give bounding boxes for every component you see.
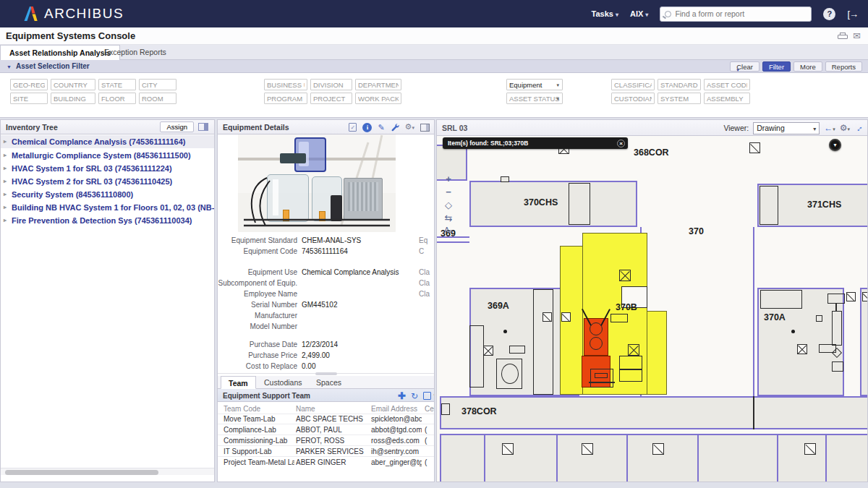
tab-exception-reports[interactable]: Exception Reports (95, 45, 175, 60)
more-button[interactable]: More (793, 61, 822, 72)
plan-bottom-rooms[interactable] (440, 434, 868, 482)
floor-plan-canvas[interactable]: 370CHS 371CHS 368COR 369 370 369A 3 (437, 136, 868, 482)
tree-item[interactable]: ▸HVAC System 2 for SRL 03 (745361110425) (1, 175, 215, 188)
report-icon[interactable]: ✓ (349, 123, 357, 132)
program-field[interactable] (264, 93, 307, 104)
help-button[interactable]: ? (823, 8, 835, 20)
state-field[interactable] (98, 79, 136, 90)
country-field[interactable] (51, 79, 95, 90)
tree-item[interactable]: ▸HVAC System 1 for SRL 03 (745361111224) (1, 162, 215, 175)
detail-row: Purchase Date12/23/2014 (218, 341, 435, 351)
table-header-row: Team CodeNameEmail AddressCell Number (218, 403, 435, 414)
tree-item[interactable]: ▸Metallurgic Compliance System (84536111… (1, 149, 215, 162)
tree-item[interactable]: ▸Fire Prevention & Detection Sys (745361… (1, 214, 215, 227)
labels-toggle-button[interactable]: Aa (441, 226, 456, 239)
refresh-icon[interactable]: ↻ (411, 391, 418, 401)
assign-button[interactable]: Assign (160, 121, 194, 132)
tree-item[interactable]: ▸Security System (845361110800) (1, 188, 215, 201)
expand-icon[interactable]: ▸ (4, 138, 7, 145)
aix-menu[interactable]: AIX ▾ (630, 9, 648, 18)
equipment-type-select[interactable]: Equipment▾ (506, 79, 563, 90)
reports-button[interactable]: Reports ▾ (825, 61, 862, 72)
expand-icon[interactable]: ▸ (4, 191, 7, 197)
export-icon[interactable] (423, 392, 431, 400)
wrench-icon[interactable] (391, 123, 399, 132)
expand-icon[interactable]: ▸ (4, 165, 7, 171)
print-icon[interactable] (838, 33, 848, 40)
expand-icon[interactable]: ▸ (4, 217, 7, 223)
room-field[interactable] (139, 93, 176, 104)
floor-field[interactable] (98, 93, 136, 104)
assembly-field[interactable] (704, 93, 750, 104)
asset-status-select[interactable]: ASSET STATUS▾ (506, 93, 563, 104)
zoom-in-button[interactable]: + (441, 174, 456, 187)
edit-icon[interactable]: ✎ (378, 123, 384, 132)
fit-view-button[interactable]: ◇ (441, 200, 456, 213)
table-row[interactable]: IT Support-LabPARKER SERVICESih@sentry.c… (218, 446, 435, 457)
sign-out-icon[interactable]: [→ (847, 9, 858, 20)
table-row[interactable]: Move Team-LabABC SPACE TECHSspickleton@a… (218, 414, 435, 424)
table-row[interactable]: Project Team-Metal LabABER GINGERaber_gi… (218, 457, 435, 467)
collapse-icon[interactable]: ▼ (7, 64, 12, 69)
work-package-field[interactable] (355, 93, 401, 104)
clear-button[interactable]: Clear (730, 61, 760, 72)
project-field[interactable] (310, 93, 352, 104)
gear-icon[interactable]: ⚙▾ (405, 122, 414, 132)
expand-icon[interactable]: ▸ (4, 178, 7, 184)
detail-row: Manufacturer (218, 312, 435, 322)
site-field[interactable] (10, 93, 48, 104)
tree-item[interactable]: ▸Building NB HVAC System 1 for Floors 01… (1, 201, 215, 214)
filter-button[interactable]: Filter (762, 61, 791, 72)
standard-field[interactable] (658, 79, 701, 90)
horizontal-scrollbar[interactable] (1, 468, 215, 475)
plan-wall (777, 434, 778, 482)
building-field[interactable] (51, 93, 95, 104)
department-field[interactable] (355, 79, 401, 90)
division-field[interactable] (310, 79, 352, 90)
maximize-panel-icon[interactable] (420, 124, 430, 132)
gear-icon[interactable]: ⚙▾ (840, 123, 850, 133)
room-378cor[interactable] (440, 396, 868, 429)
tab-custodians[interactable]: Custodians (257, 376, 310, 389)
pan-button[interactable]: ⇆ (441, 213, 456, 226)
close-icon[interactable]: × (617, 140, 625, 147)
room-label-370: 370 (689, 226, 704, 236)
viewer-select[interactable]: Drawing▾ (753, 122, 820, 134)
plan-wall (437, 241, 469, 243)
tasks-menu[interactable]: Tasks ▾ (592, 9, 618, 18)
tab-team[interactable]: Team (221, 376, 256, 389)
expand-icon[interactable]: ▸ (4, 204, 7, 210)
zoom-out-button[interactable]: − (441, 187, 456, 200)
geo-region-field[interactable] (10, 79, 48, 90)
expand-icon[interactable]: ▸ (4, 152, 7, 158)
panel-toggle-icon[interactable] (198, 123, 208, 131)
global-search[interactable] (660, 7, 812, 22)
tree-item[interactable]: ▸Chemical Complance Analysis (7453611111… (1, 135, 215, 148)
table-row[interactable]: Commissioning-LabPEROT, ROSSross@eds.com… (218, 435, 435, 446)
room-label-378cor: 378COR (461, 406, 497, 416)
city-field[interactable] (139, 79, 176, 90)
scrollbar-thumb[interactable] (5, 470, 158, 475)
plan-cabinet-line (620, 369, 642, 370)
asset-code-field[interactable] (704, 79, 750, 90)
plan-divider (753, 396, 754, 429)
system-field[interactable] (658, 93, 701, 104)
email-icon[interactable]: ✉ (853, 31, 861, 40)
expand-icon[interactable]: ↔ (852, 121, 865, 134)
business-unit-field[interactable] (264, 79, 307, 90)
room-370b-highlight[interactable] (647, 311, 667, 395)
back-arrow-icon[interactable]: ←▾ (824, 123, 835, 133)
table-row[interactable]: Compliance-LabABBOT, PAULabbot@tgd.com( (218, 424, 435, 435)
tab-spaces[interactable]: Spaces (309, 376, 349, 389)
layers-menu-button[interactable]: ▾ (829, 139, 841, 151)
panel-splitter[interactable] (218, 373, 435, 375)
viewer-label: Viewer: (723, 124, 749, 132)
detail-row: Equipment StandardCHEM-ANAL-SYS (218, 236, 435, 247)
add-icon[interactable]: ✚ (398, 390, 406, 401)
custodian-field[interactable] (611, 93, 655, 104)
plan-room[interactable] (860, 288, 868, 396)
classification-field[interactable] (611, 79, 655, 90)
plan-wall (556, 434, 558, 482)
info-icon[interactable]: i (362, 123, 372, 132)
search-input[interactable] (675, 9, 798, 18)
